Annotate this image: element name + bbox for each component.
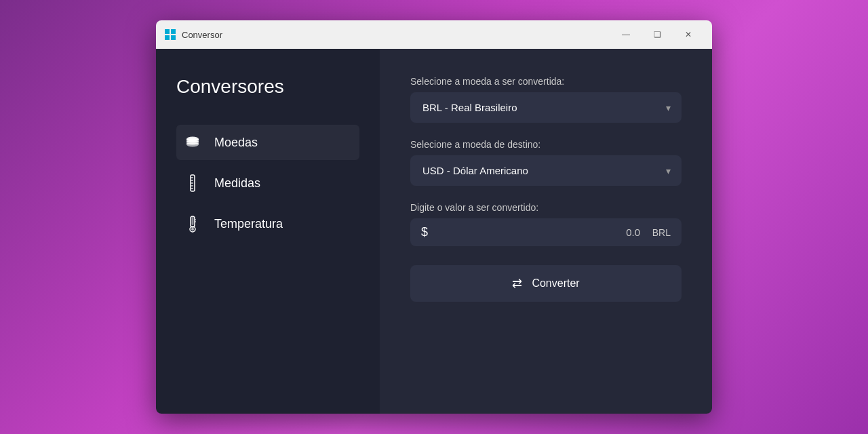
source-currency-wrapper: BRL - Real Brasileiro USD - Dólar Americ… <box>410 92 682 123</box>
source-currency-group: Selecione a moeda a ser convertida: BRL … <box>410 76 682 123</box>
value-input-row: $ BRL <box>410 218 682 246</box>
value-label: Digite o valor a ser convertido: <box>410 202 682 213</box>
currency-badge: BRL <box>647 227 671 238</box>
dollar-symbol: $ <box>421 225 428 239</box>
svg-rect-3 <box>171 35 176 40</box>
svg-rect-0 <box>165 29 170 34</box>
sidebar-item-medidas[interactable]: Medidas <box>176 165 359 201</box>
maximize-button[interactable]: ❑ <box>642 24 673 45</box>
convert-button[interactable]: ⇄ Converter <box>410 265 682 302</box>
dest-currency-label: Selecione a moeda de destino: <box>410 139 682 150</box>
svg-rect-1 <box>171 29 176 34</box>
sidebar-label-moedas: Moedas <box>214 136 258 150</box>
svg-rect-2 <box>165 35 170 40</box>
sidebar: Conversores Moedas <box>156 49 380 414</box>
dest-currency-group: Selecione a moeda de destino: BRL - Real… <box>410 139 682 186</box>
main-content: Selecione a moeda a ser convertida: BRL … <box>380 49 712 414</box>
svg-point-20 <box>191 228 194 231</box>
dest-currency-wrapper: BRL - Real Brasileiro USD - Dólar Americ… <box>410 155 682 186</box>
convert-arrows-icon: ⇄ <box>512 276 522 291</box>
close-button[interactable]: ✕ <box>673 24 704 45</box>
minimize-button[interactable]: — <box>610 24 642 45</box>
dest-currency-select[interactable]: BRL - Real Brasileiro USD - Dólar Americ… <box>410 155 682 186</box>
coins-icon <box>183 133 202 152</box>
sidebar-item-temperatura[interactable]: Temperatura <box>176 206 359 241</box>
sidebar-label-medidas: Medidas <box>214 176 260 191</box>
value-group: Digite o valor a ser convertido: $ BRL <box>410 202 682 246</box>
titlebar: Conversor — ❑ ✕ <box>156 20 712 49</box>
svg-rect-18 <box>192 217 194 225</box>
sidebar-item-moedas[interactable]: Moedas <box>176 125 359 160</box>
value-input[interactable] <box>435 226 640 238</box>
svg-point-10 <box>186 142 199 147</box>
window-title: Conversor <box>182 30 610 40</box>
source-currency-label: Selecione a moeda a ser convertida: <box>410 76 682 87</box>
window-controls: — ❑ ✕ <box>610 24 704 45</box>
thermometer-icon <box>183 214 202 233</box>
sidebar-heading: Conversores <box>176 76 359 98</box>
app-window: Conversor — ❑ ✕ Conversores <box>156 20 712 414</box>
sidebar-label-temperatura: Temperatura <box>214 217 283 231</box>
ruler-icon <box>183 174 202 193</box>
source-currency-select[interactable]: BRL - Real Brasileiro USD - Dólar Americ… <box>410 92 682 123</box>
app-icon <box>164 28 176 41</box>
convert-button-label: Converter <box>532 277 579 290</box>
window-body: Conversores Moedas <box>156 49 712 414</box>
